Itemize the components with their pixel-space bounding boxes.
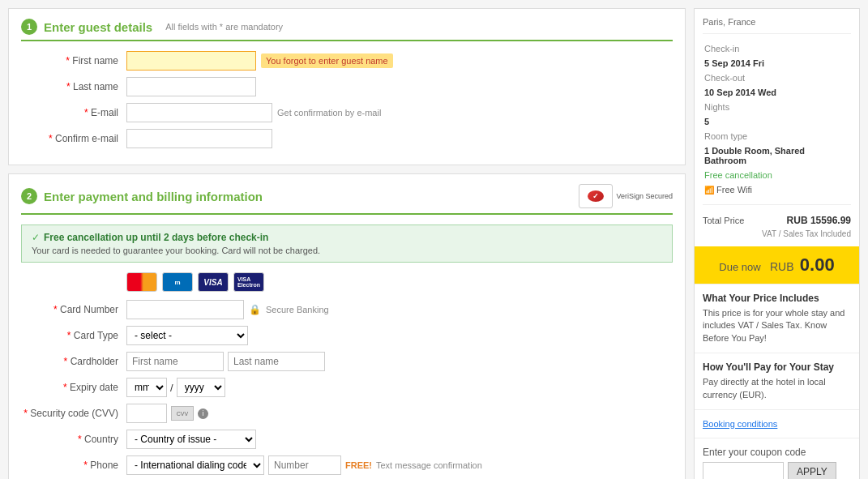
card-number-label: * Card Number: [21, 304, 126, 315]
checkin-date-row: 5 Sep 2014 Fri: [704, 57, 849, 70]
required-star-7: *: [64, 356, 68, 367]
nights-value-row: 5: [704, 115, 849, 128]
card-logos: m VISA VISAElectron: [126, 272, 673, 292]
maestro-logo: m: [162, 272, 193, 292]
section-title-payment: Enter payment and billing information: [44, 190, 263, 203]
expiry-inputs: mm / yyyy: [126, 378, 225, 397]
booking-summary-box: Paris, France Check-in 5 Sep 2014 Fri Ch…: [694, 8, 860, 479]
card-number-input[interactable]: [126, 300, 244, 319]
sidebar: Paris, France Check-in 5 Sep 2014 Fri Ch…: [694, 8, 860, 479]
free-cancel-title: Free cancellation up until 2 days before…: [44, 232, 268, 243]
section-number-1: 1: [21, 19, 37, 35]
apply-button[interactable]: APPLY: [788, 462, 836, 479]
wifi-tag: 📶 Free Wifi: [704, 183, 849, 196]
phone-note: Text message confirmation: [376, 460, 482, 470]
required-star-5: *: [53, 304, 58, 315]
phone-inputs: - International dialing code - FREE! Tex…: [126, 455, 482, 475]
due-now-currency: RUB: [770, 260, 794, 273]
free-cancel-banner: ✓Free cancellation up until 2 days befor…: [21, 225, 673, 263]
checkout-label: Check-out: [704, 71, 769, 84]
checkin-row: Check-in: [704, 42, 849, 55]
checkin-label: Check-in: [704, 42, 769, 55]
card-type-select[interactable]: - select - Visa Mastercard Maestro Ameri…: [126, 326, 248, 345]
total-price-label: Total Price: [703, 216, 744, 225]
wifi-row: 📶 Free Wifi: [704, 183, 849, 196]
free-label: FREE!: [345, 460, 372, 470]
mastercard-logo: [126, 272, 157, 292]
cardholder-last-input[interactable]: [228, 352, 325, 371]
first-name-input[interactable]: [126, 51, 256, 71]
coupon-row: APPLY: [703, 462, 851, 479]
required-star-4: *: [49, 133, 53, 144]
cardholder-first-input[interactable]: [126, 352, 224, 371]
guest-details-section: 1 Enter guest details All fields with * …: [8, 8, 686, 165]
last-name-input[interactable]: [126, 77, 256, 96]
hotel-location: Paris, France: [703, 17, 851, 27]
section-title-guest: Enter guest details: [44, 20, 152, 34]
section-number-2: 2: [21, 188, 37, 204]
check-icon: ✓: [32, 232, 40, 243]
email-row: * E-mail Get confirmation by e-mail: [21, 103, 673, 122]
room-type-label: Room type: [704, 130, 769, 143]
checkout-date: 10 Sep 2014 Wed: [704, 86, 849, 99]
room-value-row: 1 Double Room, Shared Bathroom: [704, 144, 849, 167]
free-cancel-note: Your card is needed to guarantee your bo…: [32, 246, 662, 255]
email-note: Get confirmation by e-mail: [277, 108, 381, 118]
email-input[interactable]: [126, 103, 272, 122]
card-number-row: * Card Number 🔒 Secure Banking: [21, 300, 673, 319]
due-now-box: Due now RUB 0.00: [695, 246, 859, 284]
booking-conditions-link[interactable]: Booking conditions: [703, 419, 777, 429]
section-header-payment: 2 Enter payment and billing information …: [21, 184, 673, 215]
cvv-image: CVV: [171, 406, 194, 421]
nights-value: 5: [704, 115, 769, 128]
free-cancel-tag: Free cancellation: [704, 169, 849, 182]
coupon-label: Enter your coupon code: [703, 447, 851, 458]
last-name-label: * Last name: [21, 81, 126, 92]
required-star-2: *: [66, 81, 71, 92]
free-cancel-tag-row: Free cancellation: [704, 169, 849, 182]
wifi-icon: 📶: [704, 186, 714, 195]
total-amount: RUB 15596.99: [787, 215, 851, 226]
section-header-guest: 1 Enter guest details All fields with * …: [21, 19, 673, 41]
cardholder-inputs: [126, 352, 325, 371]
cardholder-label: * Cardholder: [21, 356, 126, 367]
phone-row: * Phone - International dialing code - F…: [21, 455, 673, 475]
payment-info-text: Pay directly at the hotel in local curre…: [703, 376, 851, 401]
expiry-yyyy-select[interactable]: yyyy: [177, 378, 225, 397]
confirm-email-row: * Confirm e-mail: [21, 129, 673, 148]
expiry-mm-select[interactable]: mm: [126, 378, 167, 397]
security-code-row: * Security code (CVV) CVV i: [21, 404, 673, 423]
confirm-email-input[interactable]: [126, 129, 272, 148]
price-includes-text: This price is for your whole stay and in…: [703, 307, 851, 344]
required-star: *: [66, 55, 70, 66]
cardholder-row: * Cardholder: [21, 352, 673, 371]
checkin-date: 5 Sep 2014 Fri: [704, 57, 849, 70]
due-now-amount: 0.00: [800, 254, 835, 275]
coupon-section: Enter your coupon code APPLY: [695, 438, 859, 479]
required-star-11: *: [83, 460, 88, 471]
country-row: * Country - Country of issue - France Ge…: [21, 430, 673, 449]
due-now-label: Due now: [719, 261, 760, 273]
first-name-error: You forgot to enter guest name: [261, 53, 393, 68]
coupon-input[interactable]: [703, 462, 784, 479]
email-label: * E-mail: [21, 107, 126, 118]
required-star-3: *: [84, 107, 88, 118]
phone-number-input[interactable]: [268, 455, 341, 475]
phone-label: * Phone: [21, 460, 126, 471]
info-icon[interactable]: i: [198, 408, 208, 419]
security-code-label: * Security code (CVV): [21, 408, 126, 419]
required-star-9: *: [24, 408, 28, 419]
visa-electron-logo: VISAElectron: [233, 272, 264, 292]
verisign-label: VeriSign Secured: [616, 192, 673, 200]
nights-label: Nights: [704, 101, 769, 113]
security-code-input[interactable]: [126, 404, 167, 423]
expiry-row: * Expiry date mm / yyyy: [21, 378, 673, 397]
phone-dialing-select[interactable]: - International dialing code -: [126, 455, 264, 475]
security-code-inputs: CVV i: [126, 404, 208, 423]
secure-banking-label: Secure Banking: [266, 305, 329, 314]
card-type-label: * Card Type: [21, 330, 126, 341]
total-price-row: Total Price RUB 15596.99: [703, 212, 851, 229]
country-select[interactable]: - Country of issue - France Germany UK U…: [126, 430, 256, 449]
last-name-row: * Last name: [21, 77, 673, 96]
price-includes-section: What Your Price Includes This price is f…: [695, 284, 859, 353]
